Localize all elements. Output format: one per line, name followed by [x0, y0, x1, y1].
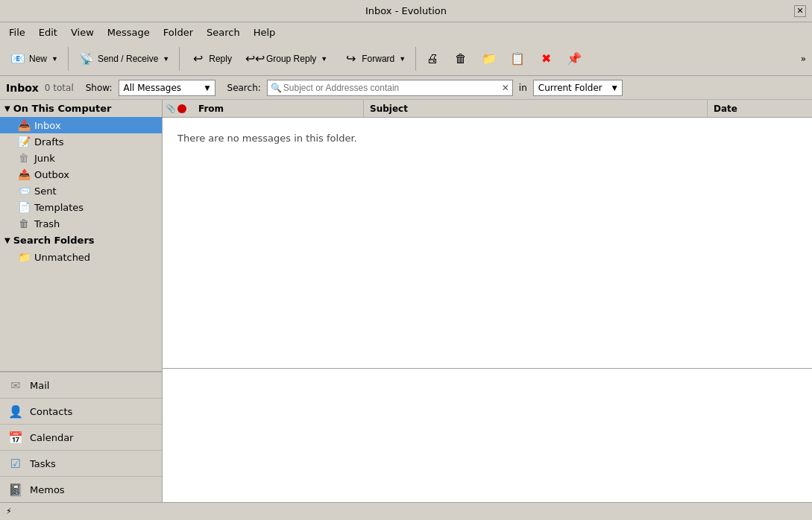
forward-dropdown-arrow[interactable]: ▼ [399, 55, 406, 63]
sidebar-item-trash[interactable]: 🗑Trash [0, 215, 162, 232]
sidebar-item-drafts[interactable]: 📝Drafts [0, 133, 162, 150]
mark-button[interactable]: 📌 [561, 45, 588, 73]
copy-button[interactable]: 📋 [504, 45, 531, 73]
col-header-date[interactable]: Date [708, 100, 812, 117]
new-dropdown-arrow[interactable]: ▼ [51, 55, 58, 63]
junk-label: Junk [34, 153, 55, 164]
sidebar-item-junk[interactable]: 🗑Junk [0, 150, 162, 166]
calendar-nav-icon: 📅 [7, 429, 24, 446]
group-reply-button[interactable]: ↩↩ Group Reply ▼ [240, 45, 334, 73]
message-area: 📎 From Subject Date There are no message… [163, 100, 812, 502]
nav-buttons: ✉Mail👤Contacts📅Calendar☑Tasks📓Memos [0, 371, 162, 502]
search-folders-arrow: ▼ [4, 236, 10, 244]
menu-item-help[interactable]: Help [248, 25, 282, 39]
toolbar-overflow[interactable]: » [798, 51, 809, 67]
mail-nav-icon: ✉ [7, 377, 24, 393]
move-icon: 📁 [481, 51, 497, 67]
sidebar-item-unmatched[interactable]: 📁Unmatched [0, 249, 162, 265]
sidebar: ▼ On This Computer 📥Inbox📝Drafts🗑Junk📤Ou… [0, 100, 163, 502]
message-preview-pane [163, 368, 812, 502]
nav-btn-tasks[interactable]: ☑Tasks [0, 450, 162, 476]
reply-icon: ↩ [189, 51, 206, 67]
outbox-icon: 📤 [18, 168, 30, 180]
group-reply-dropdown-arrow[interactable]: ▼ [321, 55, 327, 63]
menu-item-file[interactable]: File [3, 25, 31, 39]
tasks-nav-label: Tasks [30, 458, 56, 469]
sidebar-item-templates[interactable]: 📄Templates [0, 199, 162, 215]
nav-btn-calendar[interactable]: 📅Calendar [0, 424, 162, 450]
memos-nav-label: Memos [30, 484, 65, 495]
toolbar: 📧 New ▼ 📡 Send / Receive ▼ ↩ Reply ↩↩ Gr… [0, 42, 812, 76]
status-col-icon: 📎 [166, 104, 176, 113]
sent-icon: 📨 [18, 185, 30, 197]
reply-label: Reply [209, 54, 232, 64]
show-dropdown[interactable]: All Messages ▼ [119, 80, 215, 96]
empty-message-text: There are no messages in this folder. [177, 133, 357, 144]
move-button[interactable]: 📁 [476, 45, 503, 73]
inbox-icon: 📥 [18, 119, 30, 131]
close-button[interactable]: ✕ [794, 5, 806, 17]
col-header-from[interactable]: From [192, 100, 364, 117]
group-reply-icon: ↩↩ [247, 51, 263, 67]
search-clear-button[interactable]: ✕ [502, 83, 509, 93]
print-icon: 🖨 [424, 51, 441, 67]
new-label: New [29, 54, 47, 64]
search-folders-header[interactable]: ▼ Search Folders [0, 232, 162, 249]
main-area: ▼ On This Computer 📥Inbox📝Drafts🗑Junk📤Ou… [0, 100, 812, 502]
inbox-label: Inbox [34, 120, 61, 131]
sidebar-item-outbox[interactable]: 📤Outbox [0, 166, 162, 183]
folder-bar-title: Inbox [6, 82, 39, 94]
message-list-header: 📎 From Subject Date [163, 100, 812, 118]
priority-col-icon [177, 104, 186, 113]
menu-item-view[interactable]: View [65, 25, 100, 39]
col-header-subject[interactable]: Subject [364, 100, 708, 117]
forward-button[interactable]: ↪ Forward ▼ [336, 45, 412, 73]
titlebar: Inbox - Evolution ✕ [0, 0, 812, 22]
drafts-label: Drafts [34, 136, 64, 148]
show-value: All Messages [124, 83, 182, 93]
templates-icon: 📄 [18, 201, 30, 213]
menu-item-message[interactable]: Message [101, 25, 156, 39]
nav-btn-contacts[interactable]: 👤Contacts [0, 398, 162, 424]
tasks-nav-icon: ☑ [7, 455, 24, 472]
separator-1 [68, 47, 69, 71]
reply-button[interactable]: ↩ Reply [183, 45, 239, 73]
print-button[interactable]: 🖨 [419, 45, 446, 73]
contacts-nav-label: Contacts [30, 406, 72, 417]
on-this-computer-header[interactable]: ▼ On This Computer [0, 100, 162, 117]
junk-button[interactable]: ✖ [532, 45, 559, 73]
search-label: Search: [227, 83, 261, 93]
new-button[interactable]: 📧 New ▼ [3, 45, 65, 73]
menu-item-search[interactable]: Search [201, 25, 246, 39]
sidebar-item-inbox[interactable]: 📥Inbox [0, 117, 162, 133]
sidebar-item-sent[interactable]: 📨Sent [0, 183, 162, 199]
contacts-nav-icon: 👤 [7, 403, 24, 419]
send-receive-button[interactable]: 📡 Send / Receive ▼ [72, 45, 176, 73]
send-receive-dropdown-arrow[interactable]: ▼ [163, 55, 169, 63]
status-icon: ⚡ [6, 507, 12, 516]
forward-icon: ↪ [342, 51, 359, 67]
junk-icon: ✖ [538, 51, 554, 67]
calendar-nav-label: Calendar [30, 432, 73, 443]
nav-btn-memos[interactable]: 📓Memos [0, 476, 162, 502]
on-this-computer-arrow: ▼ [4, 104, 10, 112]
mark-icon: 📌 [566, 51, 582, 67]
send-receive-label: Send / Receive [98, 54, 158, 64]
menu-item-folder[interactable]: Folder [157, 25, 199, 39]
separator-3 [415, 47, 416, 71]
search-input[interactable] [283, 83, 500, 93]
junk-icon: 🗑 [18, 152, 30, 164]
trash-icon: 🗑 [18, 218, 30, 229]
in-dropdown[interactable]: Current Folder ▼ [533, 80, 623, 96]
in-value: Current Folder [538, 83, 602, 93]
search-icon: 🔍 [271, 83, 282, 93]
mail-nav-label: Mail [30, 380, 49, 391]
sent-label: Sent [34, 186, 57, 197]
sidebar-tree: ▼ On This Computer 📥Inbox📝Drafts🗑Junk📤Ou… [0, 100, 162, 371]
menu-item-edit[interactable]: Edit [33, 25, 63, 39]
in-dropdown-icon: ▼ [612, 84, 617, 92]
unmatched-label: Unmatched [34, 252, 90, 263]
delete-button[interactable]: 🗑 [447, 45, 474, 73]
nav-btn-mail[interactable]: ✉Mail [0, 372, 162, 398]
msg-header-icon-col: 📎 [163, 104, 192, 113]
